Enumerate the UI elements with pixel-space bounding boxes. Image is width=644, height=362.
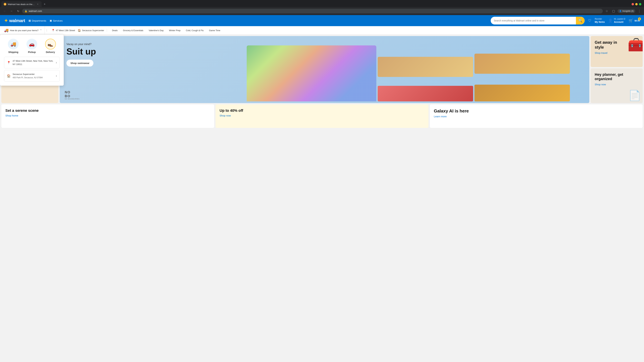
browser-chrome: ★ Walmart has deals on the most... × + ←… bbox=[0, 0, 644, 15]
account-icon: 👤 bbox=[608, 18, 613, 23]
pin-icon: 📍 bbox=[52, 29, 55, 32]
walmart-logo[interactable]: ✦ walmart bbox=[4, 18, 25, 23]
divider-1: | bbox=[45, 29, 49, 32]
incognito-icon: 👤 bbox=[619, 10, 622, 12]
search-input[interactable] bbox=[491, 17, 576, 24]
hero-section: 🚚 Shipping 🚗 Pickup 👞 Delivery bbox=[0, 35, 644, 104]
shop-swimwear-button[interactable]: Shop swimwear bbox=[66, 60, 94, 66]
forward-button[interactable]: → bbox=[9, 8, 14, 14]
tab-close-button[interactable]: × bbox=[36, 3, 39, 6]
account-button[interactable]: 👤 Hi, Lauren D Account bbox=[608, 18, 625, 23]
bikini-bottom-gold bbox=[474, 85, 570, 101]
store-name: Secaucus Supercenter bbox=[12, 73, 35, 75]
store-card-text: Secaucus Supercenter 400 Park Pl, Secauc… bbox=[12, 72, 54, 79]
delivery-option-icon: 👞 bbox=[45, 39, 56, 49]
organizer-shop-link[interactable]: Shop now bbox=[595, 83, 639, 86]
store-text: Secaucus Supercenter bbox=[82, 29, 104, 32]
address-card[interactable]: 📍 47 West 13th Street, New York, New Yor… bbox=[4, 57, 60, 68]
search-button[interactable]: 🔍 bbox=[576, 17, 585, 24]
swimsuit-2 bbox=[378, 57, 473, 101]
store-home-icon: 🏠 bbox=[7, 74, 10, 78]
browser-tab-active[interactable]: ★ Walmart has deals on the most... × bbox=[1, 1, 42, 7]
hero-content: Vacay on your mind? Suit up Shop swimwea… bbox=[66, 43, 96, 66]
bookmark-button[interactable]: ☆ bbox=[604, 8, 610, 14]
delivery-question-text: How do you want your items? bbox=[10, 29, 38, 32]
address-bar[interactable]: 🔒 walmart.com bbox=[22, 9, 603, 13]
window-maximize-button[interactable] bbox=[639, 3, 641, 5]
services-icon: ▣ bbox=[50, 19, 52, 22]
swimwear-display bbox=[245, 36, 589, 103]
delivery-label: Delivery bbox=[46, 51, 55, 53]
travel-card: Get away in style Shop travel 🧰 bbox=[591, 36, 643, 67]
address-selector[interactable]: 📍 47 West 13th Street bbox=[52, 29, 75, 32]
store-card[interactable]: 🏠 Secaucus Supercenter 400 Park Pl, Seca… bbox=[4, 70, 60, 82]
nav-item-grocery[interactable]: Grocery & Essentials bbox=[120, 27, 146, 34]
address-card-text: 47 West 13th Street, New York, New York,… bbox=[12, 59, 54, 66]
store-chevron-icon: › bbox=[56, 74, 57, 78]
address-text: walmart.com bbox=[29, 10, 600, 12]
reorder-button[interactable]: Reorder My Items bbox=[595, 18, 605, 23]
luggage-icon: 🧰 bbox=[628, 37, 643, 53]
swimwear-items bbox=[245, 36, 589, 103]
delivery-chevron-icon: ⌃ bbox=[40, 29, 42, 32]
hero-tagline: Vacay on your mind? bbox=[66, 43, 96, 46]
shop-home-link[interactable]: Shop home bbox=[5, 114, 18, 117]
right-sidebar: Get away in style Shop travel 🧰 Hey plan… bbox=[591, 36, 643, 103]
address-line2: NY 10011 bbox=[12, 63, 22, 65]
new-tab-button[interactable]: + bbox=[42, 2, 47, 6]
nav-item-valentines[interactable]: Valentine's Day bbox=[146, 27, 166, 34]
nobo-logo: NO BO NO BOUNDARIES bbox=[65, 90, 80, 100]
travel-card-title: Get away in style bbox=[595, 40, 619, 50]
nav-item-winter[interactable]: Winter Prep bbox=[166, 27, 183, 34]
nav-item-cold[interactable]: Cold, Cough & Flu bbox=[184, 27, 206, 34]
window-minimize-button[interactable] bbox=[635, 3, 638, 5]
galaxy-title: Galaxy AI is here bbox=[434, 108, 639, 114]
delivery-dropdown: 🚚 Shipping 🚗 Pickup 👞 Delivery bbox=[0, 35, 64, 86]
wishlist-button[interactable]: ♡ bbox=[588, 18, 591, 23]
nav-menu: Deals Grocery & Essentials Valentine's D… bbox=[107, 27, 640, 34]
delivery-selector[interactable]: 🚚 How do you want your items? ⌃ bbox=[4, 26, 45, 34]
reorder-top-label: Reorder bbox=[595, 18, 605, 20]
nobo-text: NO bbox=[65, 90, 80, 94]
cart-badge: 0 bbox=[638, 17, 641, 20]
pickup-option[interactable]: 🚗 Pickup bbox=[26, 39, 37, 53]
cart-button[interactable]: 🛒 0 $0.00 bbox=[628, 18, 640, 23]
delivery-bag-icon: 👞 bbox=[48, 41, 53, 47]
search-bar: 🔍 bbox=[491, 17, 585, 24]
extension-button[interactable]: ▢ bbox=[611, 8, 616, 14]
incognito-badge[interactable]: 👤 Incognito (3) bbox=[618, 9, 635, 13]
delivery-option[interactable]: 👞 Delivery bbox=[45, 39, 56, 53]
bottom-section: Set a serene scene Shop home Up to 40% o… bbox=[0, 104, 644, 129]
nav-item-gametime[interactable]: Game Time bbox=[206, 27, 222, 34]
discount-card: Up to 40% off Shop now bbox=[216, 104, 428, 128]
departments-button[interactable]: ▦ Departments bbox=[28, 19, 46, 22]
shipping-option[interactable]: 🚚 Shipping bbox=[8, 39, 18, 53]
store-address: 400 Park Pl, Secaucus, NJ 07094 bbox=[12, 76, 42, 79]
nav-item-deals[interactable]: Deals bbox=[110, 27, 120, 34]
address-pin-icon: 📍 bbox=[7, 61, 10, 64]
content-area: 🚚 Shipping 🚗 Pickup 👞 Delivery bbox=[0, 35, 644, 362]
store-icon: 🏠 bbox=[78, 29, 81, 32]
shipping-option-icon: 🚚 bbox=[8, 39, 18, 49]
shop-now-link[interactable]: Shop now bbox=[220, 114, 231, 117]
bikini-bottom-red bbox=[378, 86, 473, 101]
galaxy-link[interactable]: Learn more bbox=[434, 115, 447, 118]
cart-icon: 🛒 bbox=[628, 18, 633, 23]
back-button[interactable]: ← bbox=[2, 8, 8, 14]
account-greeting: Hi, Lauren D bbox=[614, 18, 625, 20]
swimsuit-3 bbox=[474, 54, 570, 101]
store-selector[interactable]: 🏠 Secaucus Supercenter bbox=[78, 29, 104, 32]
hero-title: Suit up bbox=[66, 47, 96, 56]
incognito-label: Incognito (3) bbox=[622, 10, 634, 12]
more-menu-button[interactable]: ⋮ bbox=[636, 8, 642, 14]
truck-icon: 🚚 bbox=[10, 41, 16, 47]
search-icon: 🔍 bbox=[578, 18, 582, 23]
services-button[interactable]: ▣ Services bbox=[50, 19, 63, 22]
departments-label: Departments bbox=[32, 19, 46, 22]
nobo-text-2: BO bbox=[65, 94, 80, 98]
bikini-top-2 bbox=[474, 54, 570, 74]
heart-icon: ♡ bbox=[588, 18, 591, 23]
window-close-button[interactable] bbox=[632, 3, 634, 5]
delivery-truck-icon: 🚚 bbox=[4, 28, 8, 32]
reload-button[interactable]: ↻ bbox=[16, 8, 21, 14]
